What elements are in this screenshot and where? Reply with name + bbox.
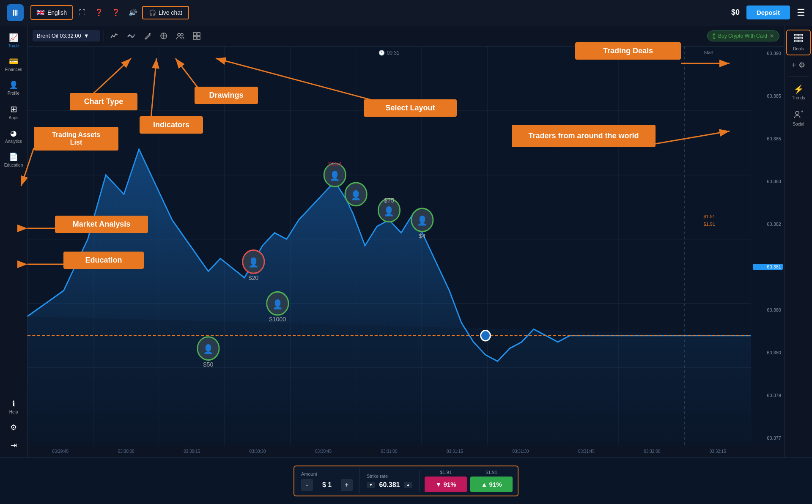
language-button[interactable]: 🇬🇧 English: [30, 5, 73, 20]
add-deal-button[interactable]: +: [792, 61, 796, 70]
settings-icon: ⚙: [10, 423, 17, 432]
sidebar-item-settings[interactable]: ⚙: [1, 419, 26, 436]
balance-display: $0: [731, 8, 740, 17]
finances-icon: 💳: [9, 57, 18, 66]
volume-button[interactable]: 🔊: [125, 5, 140, 20]
svg-rect-49: [799, 34, 803, 36]
time-label-10: 03:32:00: [619, 449, 685, 454]
price-tick-2: 60.385: [753, 93, 783, 99]
strike-up-button[interactable]: ▲: [404, 482, 412, 488]
payout-up-container: $1.91 ▲ 91%: [470, 470, 513, 492]
svg-text:👤: 👤: [351, 189, 361, 201]
price-label-191-2: $1.91: [703, 222, 715, 227]
svg-text:+: +: [801, 110, 803, 114]
users-button[interactable]: [173, 30, 187, 41]
amount-plus-button[interactable]: +: [341, 479, 353, 491]
svg-text:$75: $75: [384, 197, 394, 204]
payout-down-button[interactable]: ▼ 91%: [425, 477, 467, 492]
payout-up-label: $1.91: [470, 470, 513, 475]
indicators-button[interactable]: [124, 30, 138, 41]
logo-icon: [7, 4, 24, 21]
payout-down-container: $1.91 ▼ 91%: [425, 470, 467, 492]
info-button-2[interactable]: ❓: [108, 5, 123, 20]
close-crypto-icon[interactable]: ✕: [770, 33, 774, 39]
sidebar-item-logout[interactable]: ⇥: [1, 437, 26, 453]
sidebar-item-apps[interactable]: ⊞ Apps: [1, 101, 26, 123]
flag-icon: 🇬🇧: [36, 8, 45, 16]
amount-section: Amount - $ 1 +: [294, 468, 360, 494]
strike-down-button[interactable]: ▼: [367, 482, 375, 488]
chart-type-button[interactable]: [107, 30, 121, 41]
price-label-191-1: $1.91: [703, 214, 715, 219]
sidebar-item-finances[interactable]: 💳 Finances: [1, 53, 26, 75]
svg-rect-10: [197, 36, 200, 39]
analytics-icon: ◕: [10, 129, 17, 138]
right-panel: Deals + ⚙ ⚡ Trends + Social: [785, 25, 812, 457]
sidebar-label-profile: Profile: [8, 91, 19, 96]
time-label-1: 03:29:45: [27, 449, 93, 454]
buy-crypto-badge[interactable]: ₿ Buy Crypto With Card ✕: [707, 30, 779, 41]
headset-icon: 🎧: [149, 9, 156, 16]
trading-panel: Amount - $ 1 + Strike rate ▼ 60.381 ▲ $1…: [0, 457, 812, 504]
time-label-2: 03:30:00: [93, 449, 159, 454]
header-nav: 🇬🇧 English ⛶ ❓ ❓ 🔊 🎧 Live chat: [30, 5, 189, 20]
settings-deal-button[interactable]: ⚙: [798, 60, 805, 70]
svg-text:👤: 👤: [272, 299, 283, 310]
fullscreen-button[interactable]: ⛶: [74, 5, 90, 20]
strike-up-arrows: ▲: [404, 482, 412, 488]
deposit-button[interactable]: Deposit: [746, 5, 790, 19]
amount-minus-button[interactable]: -: [301, 479, 313, 491]
right-panel-deals[interactable]: Deals: [786, 30, 811, 55]
sidebar-item-help[interactable]: ℹ Help: [1, 396, 26, 418]
drawings-button[interactable]: [141, 30, 154, 41]
sidebar-label-finances: Finances: [5, 67, 22, 72]
chart-timer: 🕐 00:31: [379, 50, 399, 56]
right-panel-social[interactable]: + Social: [786, 106, 811, 130]
price-scale: 60.390 60.385 60.385 60.383 60.382 60.38…: [751, 47, 785, 445]
sidebar-item-analytics[interactable]: ◕ Analytics: [1, 125, 26, 147]
svg-rect-8: [197, 33, 200, 36]
live-chat-label: Live chat: [159, 9, 182, 16]
asset-selector[interactable]: Brent Oil 03:32:00 ▼: [33, 30, 100, 41]
payout-up-button[interactable]: ▲ 91%: [470, 477, 513, 492]
timer-value: 00:31: [387, 50, 399, 56]
main-layout: 📈 Trade 💳 Finances 👤 Profile ⊞ Apps ◕ An…: [0, 25, 812, 457]
sidebar-label-analytics: Analytics: [5, 139, 22, 144]
svg-rect-7: [193, 33, 196, 36]
sidebar-item-profile[interactable]: 👤 Profile: [1, 77, 26, 99]
svg-point-6: [181, 33, 183, 36]
price-tick-3: 60.385: [753, 136, 783, 141]
svg-rect-53: [799, 40, 803, 42]
live-chat-button[interactable]: 🎧 Live chat: [142, 6, 189, 19]
svg-text:$50: $50: [203, 361, 214, 368]
tools-button[interactable]: [157, 30, 170, 41]
svg-point-5: [178, 33, 180, 36]
chart-svg-area: 🕐 00:31 Start: [27, 47, 751, 445]
strike-label: Strike rate: [367, 474, 412, 479]
svg-rect-9: [193, 36, 196, 39]
svg-text:$20: $20: [248, 274, 258, 281]
dropdown-arrow-icon: ▼: [84, 33, 89, 39]
hamburger-menu[interactable]: ☰: [797, 7, 805, 18]
time-axis: 03:29:45 03:30:00 03:30:15 03:30:30 03:3…: [27, 445, 785, 457]
help-icon: ℹ: [12, 399, 15, 408]
asset-name: Brent Oil 03:32:00: [37, 33, 81, 39]
price-tick-7: 60.380: [753, 350, 783, 355]
payout-section: $1.91 ▼ 91% $1.91 ▲ 91%: [420, 466, 518, 496]
svg-text:$154: $154: [328, 160, 342, 167]
time-label-6: 03:31:00: [356, 449, 422, 454]
strike-input-row: ▼ 60.381 ▲: [367, 481, 412, 489]
time-label-9: 03:31:45: [554, 449, 619, 454]
right-panel-trends[interactable]: ⚡ Trends: [786, 80, 811, 104]
layout-button[interactable]: [190, 30, 203, 41]
sidebar-item-education[interactable]: 📄 Education: [1, 149, 26, 171]
education-icon: 📄: [9, 152, 18, 162]
time-label-7: 03:31:15: [422, 449, 488, 454]
chart-toolbar: Brent Oil 03:32:00 ▼ ₿: [27, 25, 785, 47]
sidebar-item-trade[interactable]: 📈 Trade: [1, 30, 26, 52]
info-button-1[interactable]: ❓: [91, 5, 107, 20]
sidebar-label-trade: Trade: [8, 44, 19, 48]
crypto-icon: ₿: [713, 33, 716, 39]
trends-label: Trends: [792, 96, 805, 100]
profile-icon: 👤: [9, 80, 18, 90]
